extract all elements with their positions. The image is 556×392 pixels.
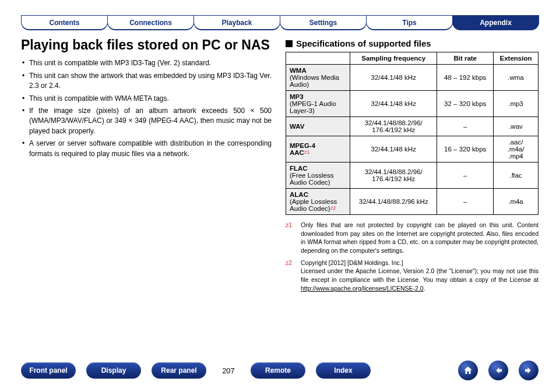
ext-cell: .mp3 <box>494 91 539 117</box>
display-button[interactable]: Display <box>86 362 141 379</box>
bitrate-cell: 16 – 320 kbps <box>437 136 494 163</box>
bullet-item: This unit is compatible with WMA META ta… <box>22 94 272 104</box>
bullet-item: This unit can show the artwork that was … <box>22 71 272 91</box>
table-header: Sampling frequency <box>350 52 437 65</box>
footnote-text: Only files that are not protected by cop… <box>301 221 539 255</box>
table-header: Bit rate <box>437 52 494 65</box>
freq-cell: 32/44.1/48 kHz <box>350 91 437 117</box>
bullet-item: If the image size (pixels) of an album a… <box>22 106 272 136</box>
bitrate-cell: 48 – 192 kbps <box>437 65 494 91</box>
table-header-row: Sampling frequency Bit rate Extension <box>286 52 539 65</box>
tab-contents[interactable]: Contents <box>21 15 108 30</box>
ext-cell: .wav <box>494 117 539 136</box>
table-row: WMA(Windows Media Audio)32/44.1/48 kHz48… <box>286 65 539 91</box>
ext-cell: .m4a <box>494 189 539 215</box>
format-cell: ALAC(Apple Lossless Audio Codec)z2 <box>286 189 350 215</box>
ext-cell: .flac <box>494 163 539 189</box>
prev-button[interactable] <box>488 361 508 380</box>
footnote-marker: z1 <box>286 221 296 255</box>
section-title-text: Specifications of supported files <box>296 38 431 48</box>
freq-cell: 32/44.1/48/88.2/96/176.4/192 kHz <box>350 163 437 189</box>
table-row: MP3(MPEG-1 Audio Layer-3)32/44.1/48 kHz3… <box>286 91 539 117</box>
freq-cell: 32/44.1/48/88.2/96/176.4/192 kHz <box>350 117 437 136</box>
index-button[interactable]: Index <box>316 362 371 379</box>
home-icon <box>463 365 473 376</box>
footnotes: z1Only files that are not protected by c… <box>286 221 539 293</box>
freq-cell: 32/44.1/48/88.2/96 kHz <box>350 189 437 215</box>
arrow-left-icon <box>493 365 504 376</box>
next-button[interactable] <box>519 361 539 380</box>
rear-panel-button[interactable]: Rear panel <box>152 362 206 379</box>
table-row: MPEG-4AACz132/44.1/48 kHz16 – 320 kbps.a… <box>286 136 539 163</box>
bitrate-cell: 32 – 320 kbps <box>437 91 494 117</box>
front-panel-button[interactable]: Front panel <box>21 362 76 379</box>
right-column: Specifications of supported files Sampli… <box>286 35 539 296</box>
format-cell: FLAC(Free Lossless Audio Codec) <box>286 163 350 189</box>
footnote-marker: z2 <box>286 259 296 293</box>
table-row: FLAC(Free Lossless Audio Codec)32/44.1/4… <box>286 163 539 189</box>
remote-button[interactable]: Remote <box>251 362 305 379</box>
bitrate-cell: – <box>437 117 494 136</box>
page-number: 207 <box>217 366 240 375</box>
table-row: ALAC(Apple Lossless Audio Codec)z232/44.… <box>286 189 539 215</box>
page-title: Playing back files stored on PC or NAS <box>21 37 272 52</box>
section-title: Specifications of supported files <box>286 38 539 48</box>
tab-appendix[interactable]: Appendix <box>452 15 539 30</box>
tab-connections[interactable]: Connections <box>107 15 194 30</box>
table-header: Extension <box>494 52 539 65</box>
bottom-bar: Front panel Display Rear panel 207 Remot… <box>21 361 539 380</box>
bullet-list: This unit is compatible with MP3 ID3-Tag… <box>22 58 272 159</box>
bitrate-cell: – <box>437 189 494 215</box>
spec-table: Sampling frequency Bit rate Extension WM… <box>286 52 539 215</box>
tab-tips[interactable]: Tips <box>366 15 453 30</box>
tab-playback[interactable]: Playback <box>193 15 280 30</box>
top-tabs: Contents Connections Playback Settings T… <box>21 15 539 30</box>
footnote-text: Copyright [2012] [D&M Holdings. Inc.]Lic… <box>301 259 539 293</box>
left-column: Playing back files stored on PC or NAS T… <box>21 35 272 296</box>
bullet-item: A server or server software compatible w… <box>22 139 272 159</box>
main-content: Playing back files stored on PC or NAS T… <box>21 35 539 296</box>
freq-cell: 32/44.1/48 kHz <box>350 65 437 91</box>
format-cell: WAV <box>286 117 350 136</box>
bitrate-cell: – <box>437 163 494 189</box>
ext-cell: .aac/.m4a/.mp4 <box>494 136 539 163</box>
table-row: WAV32/44.1/48/88.2/96/176.4/192 kHz–.wav <box>286 117 539 136</box>
format-cell: MP3(MPEG-1 Audio Layer-3) <box>286 91 350 117</box>
footnote: z1Only files that are not protected by c… <box>286 221 539 255</box>
freq-cell: 32/44.1/48 kHz <box>350 136 437 163</box>
square-icon <box>286 40 293 47</box>
arrow-right-icon <box>523 365 534 376</box>
ext-cell: .wma <box>494 65 539 91</box>
tab-settings[interactable]: Settings <box>280 15 367 30</box>
format-cell: WMA(Windows Media Audio) <box>286 65 350 91</box>
table-header-blank <box>286 52 350 65</box>
format-cell: MPEG-4AACz1 <box>286 136 350 163</box>
license-link[interactable]: http://www.apache.org/licenses/LICENSE-2… <box>301 285 424 292</box>
footnote: z2Copyright [2012] [D&M Holdings. Inc.]L… <box>286 259 539 293</box>
bullet-item: This unit is compatible with MP3 ID3-Tag… <box>22 58 272 68</box>
home-button[interactable] <box>458 361 478 380</box>
